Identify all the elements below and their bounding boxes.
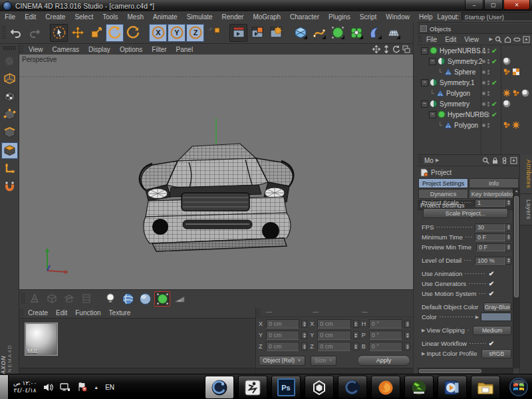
menu-file[interactable]: File xyxy=(0,13,20,21)
snap-settings-button[interactable] xyxy=(1,178,18,195)
materials-menu-edit[interactable]: Edit xyxy=(52,309,71,317)
coord-field-z-1[interactable]: 0 cm xyxy=(317,342,350,351)
lock-z-axis-button[interactable]: Z xyxy=(186,24,204,42)
layer-dot[interactable] xyxy=(482,124,485,127)
search-icon[interactable] xyxy=(495,36,502,43)
scale-tool[interactable] xyxy=(87,24,105,42)
value-stepper[interactable] xyxy=(353,331,359,339)
attr-value-field[interactable]: 100 % xyxy=(475,257,505,265)
coord-field-p-2[interactable]: 0 ° xyxy=(369,331,402,340)
lock-icon[interactable] xyxy=(491,157,499,164)
objects-grip[interactable] xyxy=(418,35,422,43)
value-stepper[interactable] xyxy=(301,320,307,328)
action-center-flag-icon[interactable] xyxy=(77,382,87,392)
redo-button[interactable] xyxy=(25,24,43,42)
coord-field-z-0[interactable]: 0 cm xyxy=(266,342,299,351)
attr-value-field[interactable]: 0 F xyxy=(475,233,505,241)
history-icon[interactable] xyxy=(501,157,508,164)
add-environment-button[interactable] xyxy=(384,24,402,42)
object-name[interactable]: HyperNURBS.1 xyxy=(440,47,486,55)
render-view-button[interactable] xyxy=(229,24,247,42)
visibility-dots[interactable] xyxy=(487,123,489,128)
menu-mesh[interactable]: Mesh xyxy=(123,13,148,21)
layer-dot[interactable] xyxy=(482,92,485,95)
visibility-dots[interactable] xyxy=(487,102,489,106)
edges-mode-button[interactable] xyxy=(1,124,18,141)
layer-dot[interactable] xyxy=(482,81,485,84)
attributes-hscrollbar[interactable] xyxy=(418,368,513,374)
attr-dropdown[interactable]: sRGB xyxy=(481,349,511,358)
enabled-check-icon[interactable]: ✔ xyxy=(491,79,497,86)
visibility-toggles[interactable]: ✔ xyxy=(482,47,497,55)
hidden-icons-button[interactable]: ▲ xyxy=(94,385,98,390)
materials-menu-create[interactable]: Create xyxy=(24,309,52,317)
live-selection-tool[interactable] xyxy=(50,24,68,42)
lock-x-axis-button[interactable]: X xyxy=(149,24,167,42)
attributes-scrollbar[interactable]: ▲ xyxy=(513,188,519,368)
value-stepper[interactable] xyxy=(404,331,410,339)
home-icon[interactable] xyxy=(504,36,511,43)
add-modeling-object-button[interactable] xyxy=(347,24,365,42)
viewport-menu-display[interactable]: Display xyxy=(84,46,115,53)
taskbar-idm[interactable] xyxy=(404,376,434,399)
add-primitive-button[interactable] xyxy=(291,24,309,42)
mode-menu[interactable]: Mo xyxy=(422,157,436,164)
visibility-toggles[interactable] xyxy=(482,123,489,128)
visibility-dots[interactable] xyxy=(487,70,489,74)
material-tag-icon[interactable] xyxy=(503,100,511,108)
value-stepper[interactable] xyxy=(505,233,511,241)
value-stepper[interactable] xyxy=(353,320,359,328)
coord-field-x-1[interactable]: 0 cm xyxy=(317,319,350,329)
panel-expand-icon[interactable] xyxy=(510,157,517,164)
viewport-menu-panel[interactable]: Panel xyxy=(172,46,198,53)
car-wireframe-model[interactable] xyxy=(126,118,305,258)
tab-project-settings[interactable]: Project Settings xyxy=(418,178,468,188)
collapse-icon[interactable]: − xyxy=(421,47,428,55)
visibility-toggles[interactable] xyxy=(482,91,489,96)
object-name[interactable]: Polygon xyxy=(454,122,478,129)
value-stepper[interactable] xyxy=(505,243,511,251)
enabled-check-icon[interactable]: ✔ xyxy=(491,111,497,118)
phong-tag-icon[interactable] xyxy=(512,89,520,97)
coord-field-y-1[interactable]: 0 cm xyxy=(317,331,350,340)
viewport-menu-cameras[interactable]: Cameras xyxy=(48,46,84,53)
tree-item-hypernurbs[interactable]: −HyperNURBS✔ xyxy=(418,109,532,120)
search-icon[interactable] xyxy=(482,157,489,164)
network-icon[interactable] xyxy=(60,383,70,392)
visibility-dots[interactable] xyxy=(487,49,489,53)
make-editable-button[interactable] xyxy=(1,70,18,87)
tree-item-polygon[interactable]: └Polygon xyxy=(418,120,532,130)
layout-dropdown[interactable]: Startup (User)▼ xyxy=(462,12,532,21)
tree-item-symmetry[interactable]: −Symmetry✔ xyxy=(418,98,532,109)
taskbar-unity[interactable] xyxy=(305,376,334,399)
axis-mode-button[interactable] xyxy=(1,160,18,177)
apply-button[interactable]: Apply xyxy=(357,355,410,366)
sphere-shaded-icon[interactable] xyxy=(137,291,153,307)
collapse-icon[interactable]: − xyxy=(421,100,428,108)
layer-dot[interactable] xyxy=(482,70,485,74)
more-menus-arrow-icon[interactable]: ▶ xyxy=(489,37,493,42)
checkbox-checked[interactable]: ✔ xyxy=(489,270,494,277)
rotate-view-icon[interactable] xyxy=(392,45,400,53)
value-stepper[interactable] xyxy=(404,342,410,350)
undo-button[interactable] xyxy=(7,24,25,42)
visibility-toggles[interactable]: ✔ xyxy=(482,100,497,108)
taskbar-clock[interactable]: ١٢:٠٠ ص ٣٤/٠٤/١٨ xyxy=(13,380,37,394)
enabled-check-icon[interactable]: ✔ xyxy=(491,58,497,65)
attr-value-field[interactable]: 1 xyxy=(475,199,505,207)
add-deformer-button[interactable] xyxy=(366,24,384,42)
visibility-dots[interactable] xyxy=(487,59,489,64)
value-stepper[interactable] xyxy=(505,223,511,231)
selection-tag-icon[interactable] xyxy=(503,89,511,97)
menu-character[interactable]: Character xyxy=(285,13,324,21)
phong-tag-icon[interactable] xyxy=(503,121,511,129)
minimize-button[interactable]: – xyxy=(465,0,483,10)
viewport-menu-options[interactable]: Options xyxy=(115,46,147,53)
iconrow-grip[interactable] xyxy=(21,293,25,305)
taskbar-cinema4d[interactable] xyxy=(205,376,234,399)
render-region-button[interactable] xyxy=(248,24,266,42)
phong-tag-icon[interactable] xyxy=(503,68,511,76)
color-swatch[interactable] xyxy=(481,313,511,321)
expander-arrow-icon[interactable]: ▶ xyxy=(422,328,425,333)
menu-create[interactable]: Create xyxy=(41,13,70,21)
